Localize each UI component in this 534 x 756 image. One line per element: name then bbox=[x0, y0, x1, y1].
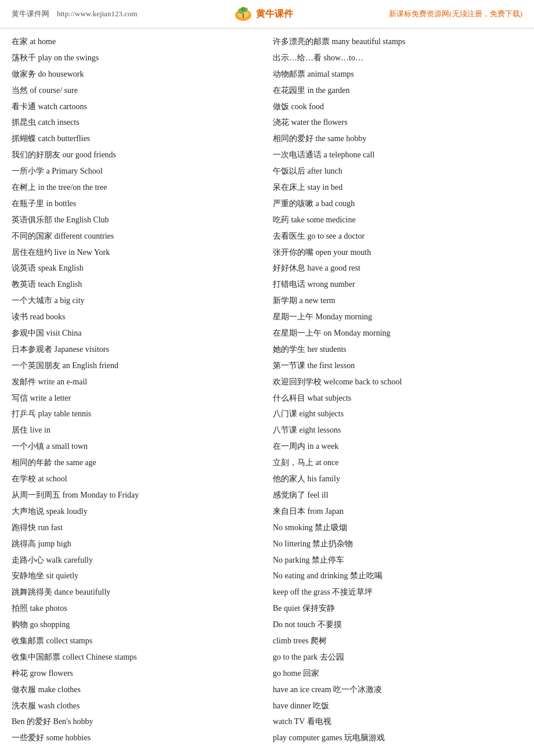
item-en: climb trees bbox=[273, 636, 309, 645]
list-item: 居住在纽约 live in New York bbox=[12, 245, 261, 260]
item-cn: 在星期一上午 bbox=[273, 329, 322, 337]
item-en: wash clothes bbox=[38, 701, 80, 710]
item-en: dance beautifully bbox=[55, 588, 111, 596]
list-item: 午饭以后 after lunch bbox=[273, 164, 522, 179]
list-item: No smoking 禁止吸烟 bbox=[273, 520, 522, 535]
list-item: 动物邮票 animal stamps bbox=[273, 67, 522, 82]
list-item: 洗衣服 wash clothes bbox=[12, 699, 261, 714]
item-cn: 居住在纽约 bbox=[12, 248, 52, 257]
item-en: feel ill bbox=[308, 491, 329, 499]
list-item: 一些爱好 some hobbies bbox=[12, 730, 261, 746]
item-cn: 保持安静 bbox=[302, 604, 335, 613]
item-en: read books bbox=[30, 312, 66, 321]
header-logo: 黄牛课件 bbox=[233, 3, 293, 24]
item-cn: 打乒乓 bbox=[12, 409, 36, 418]
item-en: on Monday morning bbox=[324, 329, 391, 337]
list-item: 什么科目 what subjects bbox=[273, 391, 522, 406]
item-en: some hobbies bbox=[46, 733, 91, 742]
item-en: visit China bbox=[46, 329, 82, 337]
item-en: go to the park bbox=[273, 653, 317, 661]
item-en: at once bbox=[316, 458, 339, 467]
item-en: show…to… bbox=[324, 53, 363, 62]
item-cn: 说英语 bbox=[12, 264, 36, 272]
list-item: 好好休息 have a good rest bbox=[273, 261, 522, 276]
list-item: 来自日本 from Japan bbox=[273, 504, 522, 519]
list-item: 严重的咳嗽 a bad cough bbox=[273, 196, 522, 211]
item-en: play table tennis bbox=[38, 409, 92, 418]
item-en: walk carefully bbox=[46, 556, 93, 564]
list-item: 种花 grow flowers bbox=[12, 666, 261, 681]
site-name: 黄牛课件网 bbox=[12, 9, 49, 18]
list-item: 发邮件 write an e-mail bbox=[12, 375, 261, 390]
right-column: 许多漂亮的邮票 many beautiful stamps出示…给…看 show… bbox=[267, 34, 522, 746]
item-en: a big city bbox=[55, 296, 85, 305]
list-item: 做饭 cook food bbox=[273, 99, 522, 114]
item-en: what subjects bbox=[308, 394, 352, 402]
item-en: collect Chinese stamps bbox=[63, 653, 137, 661]
item-cn: 欢迎回到学校 bbox=[273, 377, 322, 386]
item-en: our good friends bbox=[63, 150, 117, 159]
list-item: 在瓶子里 in bottles bbox=[12, 196, 261, 211]
item-en: in the tree/on the tree bbox=[38, 183, 107, 192]
item-en: No parking bbox=[273, 556, 309, 564]
item-en: Ben's hobby bbox=[53, 717, 93, 726]
list-item: 一个英国朋友 an English friend bbox=[12, 358, 261, 373]
list-item: 张开你的嘴 open your mouth bbox=[273, 245, 522, 260]
list-item: 做家务 do housework bbox=[12, 67, 261, 82]
item-en: take some medicine bbox=[291, 215, 356, 224]
item-cn: 打错电话 bbox=[273, 280, 305, 289]
list-item: have dinner 吃饭 bbox=[273, 699, 522, 714]
item-cn: 张开你的嘴 bbox=[273, 248, 313, 257]
list-item: 打乒乓 play table tennis bbox=[12, 406, 261, 422]
list-item: 新学期 a new term bbox=[273, 293, 522, 308]
item-cn: 跳舞跳得美 bbox=[12, 588, 52, 596]
list-item: 读书 read books bbox=[12, 309, 261, 325]
list-item: climb trees 爬树 bbox=[273, 633, 522, 649]
list-item: 跑得快 run fast bbox=[12, 520, 261, 535]
item-cn: 午饭以后 bbox=[273, 167, 305, 175]
item-en: No smoking bbox=[273, 523, 313, 532]
item-cn: 做饭 bbox=[273, 102, 289, 111]
item-cn: 跑得快 bbox=[12, 523, 36, 532]
list-item: No littering 禁止扔杂物 bbox=[273, 537, 522, 552]
item-en: the English Club bbox=[55, 215, 109, 224]
item-en: catch insects bbox=[38, 118, 80, 127]
item-cn: 一个大城市 bbox=[12, 296, 52, 305]
item-cn: 不要摸 bbox=[317, 620, 342, 629]
item-en: play on the swings bbox=[38, 53, 99, 62]
item-cn: 安静地坐 bbox=[12, 571, 44, 580]
item-cn: 不同的国家 bbox=[12, 232, 52, 240]
item-cn: 吃药 bbox=[273, 215, 289, 224]
item-cn: 日本参观者 bbox=[12, 345, 52, 354]
item-cn: 收集邮票 bbox=[12, 636, 44, 645]
list-item: Do not touch 不要摸 bbox=[273, 617, 522, 632]
list-item: have an ice cream 吃一个冰激凌 bbox=[273, 682, 522, 697]
item-cn: 购物 bbox=[12, 620, 28, 629]
item-en: a telephone call bbox=[324, 150, 375, 159]
list-item: go home 回家 bbox=[273, 666, 522, 681]
list-item: No parking 禁止停车 bbox=[273, 553, 522, 568]
list-item: 欢迎回到学校 welcome back to school bbox=[273, 375, 522, 390]
item-cn: 禁止吃喝 bbox=[350, 571, 383, 580]
item-en: keep off the grass bbox=[273, 588, 330, 596]
item-cn: 八节课 bbox=[273, 426, 297, 434]
list-item: 八节课 eight lessons bbox=[273, 423, 522, 438]
list-item: keep off the grass 不接近草坪 bbox=[273, 585, 522, 600]
item-en: catch butterflies bbox=[38, 134, 91, 143]
list-item: Be quiet 保持安静 bbox=[273, 601, 522, 616]
item-cn: 做家务 bbox=[12, 70, 36, 78]
list-item: 教英语 teach English bbox=[12, 277, 261, 292]
item-cn: 跳得高 bbox=[12, 539, 36, 548]
list-item: 她的学生 her students bbox=[273, 342, 522, 357]
item-cn: 教英语 bbox=[12, 280, 36, 289]
item-cn: 禁止吸烟 bbox=[315, 523, 347, 532]
list-item: 在花园里 in the garden bbox=[273, 83, 522, 98]
item-en: speak loudly bbox=[46, 507, 88, 516]
item-cn: 来自日本 bbox=[273, 507, 305, 516]
list-item: 跳舞跳得美 dance beautifully bbox=[12, 585, 261, 600]
item-en: in a week bbox=[308, 442, 339, 451]
item-cn: 看电视 bbox=[307, 717, 331, 726]
item-cn: 抓昆虫 bbox=[12, 118, 36, 127]
list-item: 在学校 at school bbox=[12, 471, 261, 487]
item-en: in the garden bbox=[308, 86, 350, 95]
